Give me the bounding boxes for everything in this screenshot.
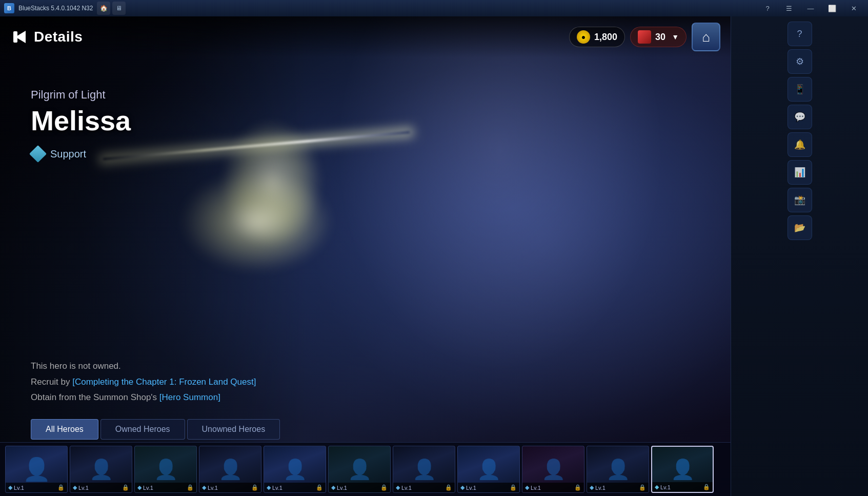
hero-lock-5: 🔒 <box>316 484 323 491</box>
red-currency-value: 30 <box>655 32 665 43</box>
title-bar: B BlueStacks 5.4.0.1042 N32 🏠 🖥 ? ☰ — ⬜ … <box>0 0 868 16</box>
hero-level-1: ◆ Lv.1 <box>8 484 24 491</box>
hero-roster: 👤 ◆ Lv.1 🔒 👤 ◆ Lv.1 🔒 👤 ◆ Lv.1 🔒 👤 <box>0 442 731 496</box>
top-navigation: Details ● 1,800 30 ▼ ⌂ <box>0 16 731 57</box>
recruit-link[interactable]: [Completing the Chapter 1: Frozen Land Q… <box>72 377 256 387</box>
hero-lock-3: 🔒 <box>187 484 194 491</box>
back-button[interactable]: Details <box>10 28 83 46</box>
hero-level-6: ◆ Lv.1 <box>331 484 347 491</box>
obtain-prefix: Obtain from the Summon Shop's <box>31 392 159 402</box>
hero-description: This hero is not owned. Recruit by [Comp… <box>31 361 256 404</box>
hero-card[interactable]: 👤 ◆ Lv.1 🔒 <box>587 446 649 493</box>
character-visual <box>269 16 731 463</box>
home-button[interactable]: ⌂ <box>692 23 720 51</box>
top-right-controls: ● 1,800 30 ▼ ⌂ <box>569 23 720 51</box>
hero-card-footer-6: ◆ Lv.1 🔒 <box>329 483 390 492</box>
titlebar-icon-group: 🏠 🖥 <box>97 2 126 15</box>
owned-heroes-tab[interactable]: Owned Heroes <box>100 419 185 440</box>
menu-button[interactable]: ☰ <box>779 0 799 16</box>
hero-lock-4: 🔒 <box>251 484 258 491</box>
camera-panel-button[interactable]: 📸 <box>788 188 812 212</box>
hero-card[interactable]: 👤 ◆ Lv.1 🔒 <box>134 446 197 493</box>
not-owned-text: This hero is not owned. <box>31 361 256 371</box>
hero-level-10: ◆ Lv.1 <box>590 484 605 491</box>
hero-summon-link[interactable]: [Hero Summon] <box>159 392 220 402</box>
hero-card[interactable]: 👤 ◆ Lv.1 🔒 <box>5 446 68 493</box>
hero-filter-tabs: All Heroes Owned Heroes Unowned Heroes <box>31 419 280 440</box>
hero-card[interactable]: 👤 ◆ Lv.1 🔒 <box>264 446 326 493</box>
hero-card-footer-4: ◆ Lv.1 🔒 <box>199 483 261 492</box>
hero-card[interactable]: 👤 ◆ Lv.1 🔒 <box>393 446 455 493</box>
hero-info-panel: Pilgrim of Light Melissa Support <box>31 88 131 176</box>
settings-panel-button[interactable]: ⚙ <box>788 49 812 74</box>
help-panel-button[interactable]: ? <box>788 22 812 46</box>
app-logo: B <box>4 3 14 13</box>
hero-level-8: ◆ Lv.1 <box>460 484 476 491</box>
hero-card-footer-3: ◆ Lv.1 🔒 <box>135 483 196 492</box>
back-label: Details <box>34 29 83 45</box>
hero-level-4: ◆ Lv.1 <box>202 484 218 491</box>
class-label: Support <box>50 148 86 160</box>
hero-card[interactable]: 👤 ◆ Lv.1 🔒 <box>522 446 584 493</box>
hero-card-footer-7: ◆ Lv.1 🔒 <box>393 483 455 492</box>
hero-level-5: ◆ Lv.1 <box>267 484 282 491</box>
titlebar-screen-icon[interactable]: 🖥 <box>112 2 126 15</box>
hero-lock-10: 🔒 <box>639 484 646 491</box>
dropdown-arrow-icon: ▼ <box>672 33 679 41</box>
folder-panel-button[interactable]: 📂 <box>788 215 812 240</box>
right-panel: ? ⚙ 📱 💬 🔔 📊 📸 📂 <box>731 16 868 496</box>
help-button[interactable]: ? <box>757 0 778 16</box>
mobile-panel-button[interactable]: 📱 <box>788 77 812 102</box>
recruit-text: Recruit by [Completing the Chapter 1: Fr… <box>31 375 256 389</box>
hero-level-7: ◆ Lv.1 <box>396 484 412 491</box>
hero-lock-9: 🔒 <box>574 484 581 491</box>
chat-panel-button[interactable]: 💬 <box>788 105 812 129</box>
hero-card[interactable]: 👤 ◆ Lv.1 🔒 <box>457 446 520 493</box>
hero-card-footer-1: ◆ Lv.1 🔒 <box>6 483 67 492</box>
titlebar-home-icon[interactable]: 🏠 <box>97 2 110 15</box>
hero-card-footer-8: ◆ Lv.1 🔒 <box>458 483 519 492</box>
all-heroes-tab[interactable]: All Heroes <box>31 419 98 440</box>
hero-card-footer-9: ◆ Lv.1 🔒 <box>522 483 584 492</box>
recruit-prefix: Recruit by <box>31 377 72 387</box>
svg-rect-1 <box>13 31 17 43</box>
hero-lock-6: 🔒 <box>380 484 388 491</box>
hero-subtitle: Pilgrim of Light <box>31 88 131 102</box>
hero-card-selected[interactable]: 👤 ◆ Lv.1 🔒 <box>651 446 714 493</box>
unowned-heroes-tab[interactable]: Unowned Heroes <box>187 419 280 440</box>
hero-level-9: ◆ Lv.1 <box>525 484 541 491</box>
support-class-icon <box>31 147 45 161</box>
gold-value: 1,800 <box>594 32 617 43</box>
red-currency[interactable]: 30 ▼ <box>630 27 687 47</box>
close-button[interactable]: ✕ <box>843 0 864 16</box>
hero-lock-1: 🔒 <box>57 484 65 491</box>
red-gem-icon <box>638 30 651 44</box>
notification-panel-button[interactable]: 🔔 <box>788 132 812 157</box>
gold-icon: ● <box>577 30 590 44</box>
hero-lock-11: 🔒 <box>703 484 710 490</box>
hero-card-footer-10: ◆ Lv.1 🔒 <box>587 483 649 492</box>
restore-button[interactable]: ⬜ <box>822 0 842 16</box>
obtain-text: Obtain from the Summon Shop's [Hero Summ… <box>31 391 256 404</box>
hero-card-footer-11: ◆ Lv.1 🔒 <box>652 482 713 492</box>
gold-currency: ● 1,800 <box>569 27 625 47</box>
hero-level-2: ◆ Lv.1 <box>73 484 89 491</box>
hero-class: Support <box>31 147 131 161</box>
minimize-button[interactable]: — <box>800 0 821 16</box>
hero-lock-8: 🔒 <box>510 484 517 491</box>
hero-level-11: ◆ Lv.1 <box>655 484 671 490</box>
hero-lock-2: 🔒 <box>122 484 129 491</box>
stats-panel-button[interactable]: 📊 <box>788 160 812 185</box>
hero-card-footer-2: ◆ Lv.1 🔒 <box>70 483 132 492</box>
hero-card[interactable]: 👤 ◆ Lv.1 🔒 <box>70 446 132 493</box>
hero-level-3: ◆ Lv.1 <box>137 484 153 491</box>
home-icon: ⌂ <box>702 29 710 45</box>
hero-card-footer-5: ◆ Lv.1 🔒 <box>264 483 326 492</box>
hero-card[interactable]: 👤 ◆ Lv.1 🔒 <box>199 446 261 493</box>
window-controls: ? ☰ — ⬜ ✕ <box>757 0 864 16</box>
app-title: BlueStacks 5.4.0.1042 N32 <box>18 5 93 12</box>
flash-effect <box>179 170 333 273</box>
hero-card[interactable]: 👤 ◆ Lv.1 🔒 <box>328 446 391 493</box>
back-arrow-icon <box>10 28 29 46</box>
hero-name: Melissa <box>31 105 131 136</box>
